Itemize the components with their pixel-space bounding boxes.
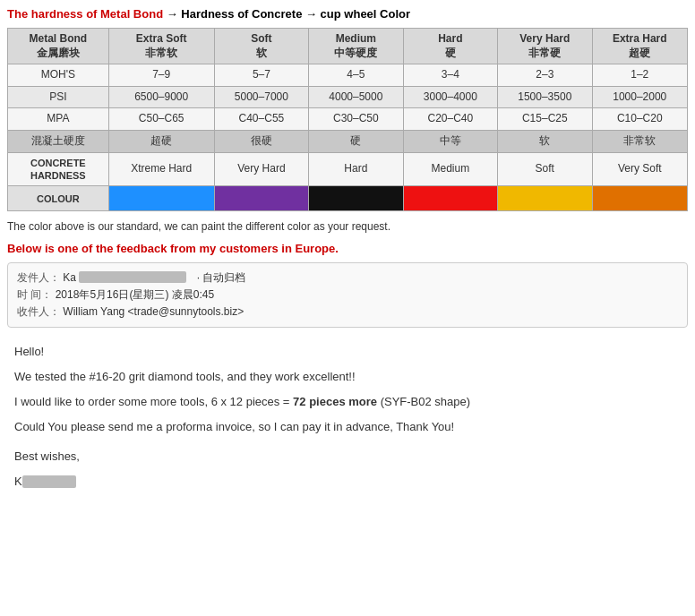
email-line2-before: I would like to order some more tools, 6… <box>14 395 293 408</box>
colour-cell-red <box>403 186 497 211</box>
col-header-very-hard: Very Hard非常硬 <box>498 29 592 64</box>
sign2: K <box>14 472 681 492</box>
cell-chEN-very-hard: Soft <box>498 152 592 186</box>
cell-mpa-very-hard: C15–C25 <box>498 108 592 131</box>
row-label-concrete-hardness: 混凝土硬度 <box>8 130 109 152</box>
colour-cell-yellow <box>498 186 592 211</box>
sender-label: 发件人： <box>17 271 60 284</box>
sign-initial: K <box>14 475 22 488</box>
col-header-metal-bond: Metal Bond金属磨块 <box>8 29 109 64</box>
cell-ch-extra-soft: 超硬 <box>108 130 214 152</box>
sender-blurred <box>79 271 186 283</box>
page-title: The hardness of Metal Bond → Hardness of… <box>7 7 688 21</box>
cell-psi-extra-soft: 6500–9000 <box>108 86 214 108</box>
cell-psi-medium: 4000–5000 <box>309 86 403 108</box>
table-row-colour: COLOUR <box>8 186 688 211</box>
colour-cell-purple <box>214 186 308 211</box>
row-label-psi: PSI <box>8 86 109 108</box>
cell-ch-soft: 很硬 <box>214 130 308 152</box>
row-label-mpa: MPA <box>8 108 109 131</box>
col-header-hard: Hard硬 <box>403 29 497 64</box>
col-header-extra-soft: Extra Soft非常软 <box>108 29 214 64</box>
email-greeting: Hello! <box>14 342 681 362</box>
cell-ch-extra-hard: 非常软 <box>592 130 687 152</box>
cell-mohs-hard: 3–4 <box>403 64 497 87</box>
cell-chEN-extra-soft: Xtreme Hard <box>108 152 214 186</box>
email-signature: Best wishes, K <box>14 447 681 492</box>
recipient-value: William Yang <trade@sunnytools.biz> <box>63 305 244 318</box>
email-line1: We tested the #16-20 grit diamond tools,… <box>14 367 681 387</box>
cell-psi-very-hard: 1500–3500 <box>498 86 592 108</box>
table-row: PSI 6500–9000 5000–7000 4000–5000 3000–4… <box>8 86 688 108</box>
cell-ch-hard: 中等 <box>403 130 497 152</box>
row-label-concrete-hardness-en: CONCRETEHARDNESS <box>8 152 109 186</box>
cell-chEN-soft: Very Hard <box>214 152 308 186</box>
col-header-extra-hard: Extra Hard超硬 <box>592 29 687 64</box>
cell-mohs-extra-hard: 1–2 <box>592 64 687 87</box>
sign-blurred <box>22 475 76 488</box>
cell-chEN-medium: Hard <box>309 152 403 186</box>
email-preview: 发件人： Ka · 自动归档 时 间： 2018年5月16日(星期三) 凌晨0:… <box>7 262 688 328</box>
cell-ch-medium: 硬 <box>309 130 403 152</box>
email-line2-bold: 72 pieces more <box>293 395 377 408</box>
title-red-part: The hardness of Metal Bond <box>7 7 163 21</box>
cell-ch-very-hard: 软 <box>498 130 592 152</box>
cell-mpa-hard: C20–C40 <box>403 108 497 131</box>
cell-chEN-hard: Medium <box>403 152 497 186</box>
title-black-part: → Hardness of Concrete → cup wheel Color <box>163 7 410 21</box>
col-header-medium: Medium中等硬度 <box>309 29 403 64</box>
hardness-table: Metal Bond金属磨块 Extra Soft非常软 Soft软 Mediu… <box>7 28 688 211</box>
cell-chEN-extra-hard: Very Soft <box>592 152 687 186</box>
email-line2: I would like to order some more tools, 6… <box>14 392 681 412</box>
cell-mpa-medium: C30–C50 <box>309 108 403 131</box>
cell-mohs-extra-soft: 7–9 <box>108 64 214 87</box>
colour-cell-blue <box>108 186 214 211</box>
table-row: CONCRETEHARDNESS Xtreme Hard Very Hard H… <box>8 152 688 186</box>
email-sender-row: 发件人： Ka · 自动归档 <box>17 270 678 286</box>
cell-mpa-soft: C40–C55 <box>214 108 308 131</box>
cell-psi-extra-hard: 1000–2000 <box>592 86 687 108</box>
cell-mohs-very-hard: 2–3 <box>498 64 592 87</box>
cell-psi-soft: 5000–7000 <box>214 86 308 108</box>
time-value: 2018年5月16日(星期三) 凌晨0:45 <box>56 288 214 301</box>
sign1: Best wishes, <box>14 447 681 466</box>
archive-label: · 自动归档 <box>197 271 246 284</box>
colour-cell-orange <box>592 186 687 211</box>
table-row: MOH'S 7–9 5–7 4–5 3–4 2–3 1–2 <box>8 64 688 87</box>
row-label-colour: COLOUR <box>8 186 109 211</box>
cell-mpa-extra-hard: C10–C20 <box>592 108 687 131</box>
row-label-mohs: MOH'S <box>8 64 109 87</box>
col-header-soft: Soft软 <box>214 29 308 64</box>
recipient-label: 收件人： <box>17 305 60 318</box>
cell-mohs-medium: 4–5 <box>309 64 403 87</box>
email-recipient-row: 收件人： William Yang <trade@sunnytools.biz> <box>17 304 678 320</box>
cell-psi-hard: 3000–4000 <box>403 86 497 108</box>
colour-note: The color above is our standard, we can … <box>7 220 688 233</box>
cell-mpa-extra-soft: C50–C65 <box>108 108 214 131</box>
table-row: MPA C50–C65 C40–C55 C30–C50 C20–C40 C15–… <box>8 108 688 131</box>
email-line2-after: (SYF-B02 shape) <box>377 395 470 408</box>
table-row: 混凝土硬度 超硬 很硬 硬 中等 软 非常软 <box>8 130 688 152</box>
email-time-row: 时 间： 2018年5月16日(星期三) 凌晨0:45 <box>17 287 678 303</box>
colour-cell-black <box>309 186 403 211</box>
time-label: 时 间： <box>17 288 52 301</box>
feedback-title: Below is one of the feedback from my cus… <box>7 242 688 255</box>
sender-name: Ka <box>63 271 76 284</box>
cell-mohs-soft: 5–7 <box>214 64 308 87</box>
email-body: Hello! We tested the #16-20 grit diamond… <box>7 338 688 500</box>
email-line3: Could You please send me a proforma invo… <box>14 417 681 437</box>
